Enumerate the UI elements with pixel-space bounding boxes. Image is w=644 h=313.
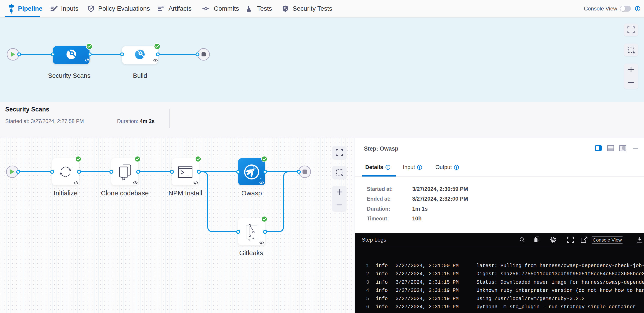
svg-text:Security Scans: Security Scans [48, 72, 91, 79]
svg-text:™: ™ [260, 178, 262, 180]
svg-text:Initialize: Initialize [54, 190, 78, 197]
svg-text:NPM Install: NPM Install [168, 190, 202, 197]
svg-text:Build: Build [133, 72, 147, 79]
svg-text:Clone codebase: Clone codebase [101, 190, 149, 197]
svg-text:Owasp: Owasp [242, 190, 262, 197]
svg-text:Gitleaks: Gitleaks [239, 249, 263, 257]
